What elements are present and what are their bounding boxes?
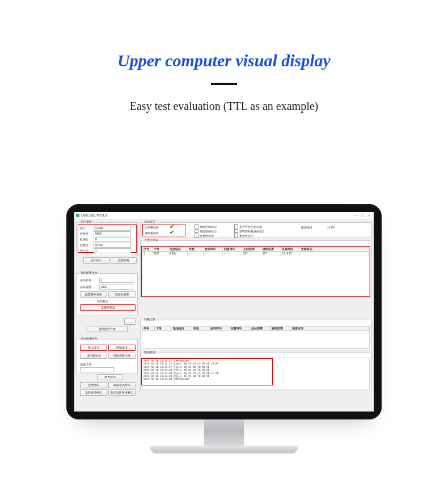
tagops-group-title: 定位数据操作 bbox=[79, 337, 99, 340]
card-id-input[interactable] bbox=[80, 367, 114, 372]
read-params-button[interactable]: 读基站参数 bbox=[108, 291, 136, 298]
page-heading: Upper computer visual display bbox=[0, 51, 448, 70]
station-id-label: 基站站号 bbox=[80, 278, 91, 282]
app-icon bbox=[76, 214, 79, 217]
single-call-button[interactable]: 单卡呼叫 bbox=[97, 374, 123, 380]
voltage-value: 12.0V bbox=[327, 226, 335, 229]
cancel-call-button[interactable]: 取消全员呼叫 bbox=[108, 382, 136, 388]
port-select[interactable]: COM8 bbox=[94, 226, 131, 231]
table-row[interactable]: 122074.00V------20717715:14:27 bbox=[142, 252, 369, 256]
set-params-button[interactable]: 配置基站参数 bbox=[80, 291, 107, 298]
chk-has-history[interactable]: 是否存在历史记录 bbox=[234, 224, 262, 228]
read-cont-button[interactable]: 连续读卡 bbox=[108, 345, 136, 351]
history-header-row: 序号卡号电池电压呼救收到呼叫回复呼叫主站距离辅站距离采集时间 bbox=[142, 326, 369, 331]
reset-title: 基站复位 bbox=[97, 299, 108, 303]
people-header-row: 序号卡号电池电压呼救收到呼叫回复呼叫主站距离辅站距离采集时间更新延迟 bbox=[142, 247, 369, 252]
heading-divider bbox=[211, 83, 237, 85]
people-group-title: 人员卡列表 bbox=[143, 238, 159, 241]
status-group-title: 基站状态 bbox=[143, 220, 157, 223]
page-subheading: Easy test evaluation (TTL as an example) bbox=[0, 100, 448, 113]
voltage-label: 电源电压 bbox=[301, 226, 312, 229]
danger-mark-button[interactable]: 危险区域标记 bbox=[80, 389, 107, 396]
chk-danger-area[interactable]: 危险区域标记 bbox=[195, 229, 217, 233]
databits-label: 数据位 bbox=[80, 237, 88, 241]
baud-select[interactable]: 9600 bbox=[94, 231, 131, 236]
chk-all-calling[interactable]: 全员呼叫中 bbox=[195, 234, 214, 237]
history-group-title: 历史记录 bbox=[143, 317, 157, 321]
window-maximize-button[interactable]: □ bbox=[360, 214, 365, 217]
clear-all-button[interactable]: 清空所有 bbox=[111, 257, 137, 264]
select-title: 选择卡号 bbox=[80, 363, 91, 366]
chk-unread-data[interactable]: 还有实时数据未读出 bbox=[234, 229, 265, 233]
comm-group-title: 通讯数据 bbox=[143, 350, 157, 354]
databits-select[interactable]: 8 bbox=[94, 237, 131, 242]
check-icon: ✔ bbox=[170, 229, 174, 235]
read-history-button[interactable]: 读历史记录 bbox=[80, 353, 107, 359]
window-title: UWB_BS_TOOLS bbox=[81, 214, 107, 217]
read-status-button[interactable]: 读基站状态 bbox=[80, 304, 136, 311]
monitor-neck bbox=[204, 419, 244, 446]
firmware-upgrade-button[interactable]: 基站固件升级 bbox=[87, 326, 128, 332]
all-call-button[interactable]: 全员呼叫 bbox=[80, 382, 107, 388]
config-group-title: 基站配置操作 bbox=[79, 271, 99, 274]
aux-module-label: 辅站模块状 bbox=[145, 231, 159, 235]
chk-single-calling[interactable]: 单卡呼叫中 bbox=[234, 234, 253, 237]
clear-history-button[interactable]: 清除历史记录 bbox=[108, 353, 136, 359]
stopbits-label: 停止位 bbox=[80, 249, 88, 252]
people-group: 人员卡列表 序号卡号电池电压呼救收到呼叫回复呼叫主站距离辅站距离采集时间更新延迟… bbox=[140, 240, 371, 298]
station-id-input[interactable]: 1 bbox=[99, 278, 133, 283]
station-baud-input[interactable]: 9600 bbox=[99, 285, 133, 290]
app-window: UWB_BS_TOOLS — □ × 串口参数 端口 COM8 bbox=[74, 212, 374, 412]
history-table[interactable]: 序号卡号电池电压呼救收到呼叫回复呼叫主站距离辅站距离采集时间 bbox=[142, 326, 370, 349]
parity-select[interactable]: NONE bbox=[94, 243, 131, 248]
main-module-label: 主站模块状 bbox=[145, 226, 159, 229]
serial-group-title: 串口参数 bbox=[79, 220, 93, 223]
comm-highlight-box bbox=[141, 358, 273, 385]
monitor-foot bbox=[150, 446, 298, 453]
firmware-browse-button[interactable]: ... bbox=[124, 319, 136, 325]
close-port-button[interactable]: 关闭串口 bbox=[83, 257, 109, 264]
stopbits-select[interactable]: 1 bbox=[94, 248, 131, 253]
monitor: UWB_BS_TOOLS — □ × 串口参数 端口 COM8 bbox=[66, 204, 382, 453]
people-table[interactable]: 序号卡号电池电压呼救收到呼叫回复呼叫主站距离辅站距离采集时间更新延迟 12207… bbox=[142, 247, 370, 296]
parity-label: 校验位 bbox=[80, 243, 88, 247]
chk-orig-area[interactable]: 原始区域标记 bbox=[195, 224, 217, 228]
cancel-danger-button[interactable]: 取消危险区域标记 bbox=[108, 389, 136, 396]
station-baud-label: 基站波特 bbox=[80, 285, 91, 289]
baud-label: 波特率 bbox=[80, 232, 88, 235]
window-minimize-button[interactable]: — bbox=[353, 214, 359, 217]
port-label: 端口 bbox=[80, 226, 86, 230]
window-close-button[interactable]: × bbox=[366, 214, 372, 217]
history-group: 历史记录 序号卡号电池电压呼救收到呼叫回复呼叫主站距离辅站距离采集时间 bbox=[140, 320, 371, 350]
read-once-button[interactable]: 单次读卡 bbox=[80, 345, 107, 351]
